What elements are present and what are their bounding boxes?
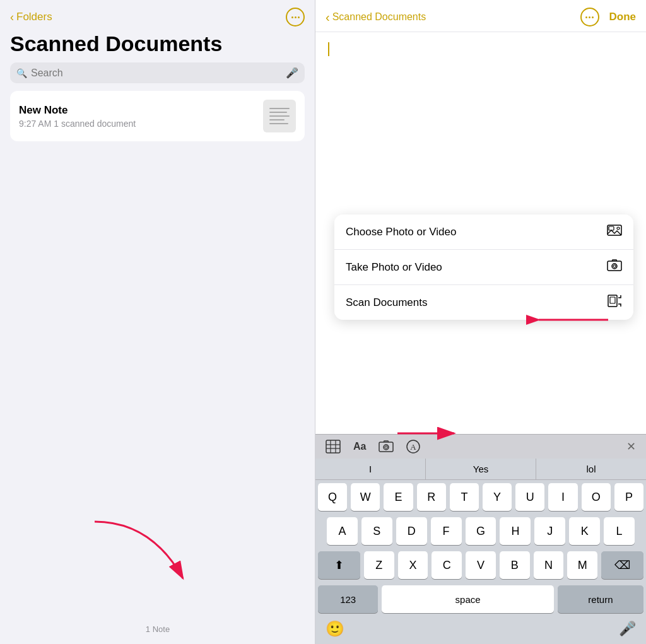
keyboard-row-4: 123 space return	[315, 582, 646, 616]
key-u[interactable]: U	[515, 483, 544, 511]
svg-point-19	[385, 446, 387, 448]
left-header: ‹ Folders	[0, 0, 315, 29]
key-l[interactable]: L	[604, 517, 635, 545]
text-format-toolbar-btn[interactable]: Aa	[353, 441, 366, 452]
take-photo-video-item[interactable]: Take Photo or Video	[334, 250, 633, 285]
left-panel-title: Scanned Documents	[0, 29, 315, 62]
chevron-left-icon: ‹	[10, 11, 14, 24]
keyboard-area: Q W E R T Y U I O P A S D F G H J K L ⬆ …	[315, 480, 646, 644]
key-z[interactable]: Z	[364, 551, 394, 579]
key-j[interactable]: J	[534, 517, 565, 545]
right-header: ‹ Scanned Documents Done	[315, 0, 646, 32]
more-dots-icon	[291, 16, 300, 18]
key-return[interactable]: return	[558, 585, 643, 613]
key-q[interactable]: Q	[318, 483, 347, 511]
key-t[interactable]: T	[450, 483, 479, 511]
search-icon: 🔍	[16, 68, 27, 78]
camera-icon	[607, 259, 622, 276]
key-x[interactable]: X	[398, 551, 428, 579]
key-g[interactable]: G	[466, 517, 496, 545]
right-more-dots-icon	[585, 16, 594, 18]
right-back-label: Scanned Documents	[332, 11, 426, 23]
toolbar-left: Aa A	[326, 440, 420, 454]
toolbar-close-button[interactable]: ✕	[626, 440, 636, 454]
key-y[interactable]: Y	[483, 483, 512, 511]
thumb-line	[269, 112, 287, 113]
search-bar[interactable]: 🔍 🎤	[10, 62, 305, 83]
note-list: New Note 9:27 AM 1 scanned document	[0, 91, 315, 141]
key-s[interactable]: S	[361, 517, 392, 545]
emoji-button[interactable]: 🙂	[326, 620, 344, 638]
choose-photo-label: Choose Photo or Video	[346, 226, 456, 238]
key-r[interactable]: R	[417, 483, 446, 511]
keyboard-row-2: A S D F G H J K L	[315, 514, 646, 548]
key-c[interactable]: C	[432, 551, 462, 579]
svg-point-18	[384, 445, 389, 450]
dropdown-menu: Choose Photo or Video Take Photo or Vide…	[334, 214, 633, 320]
choose-photo-video-item[interactable]: Choose Photo or Video	[334, 214, 633, 250]
note-meta: 9:27 AM 1 scanned document	[19, 119, 136, 129]
svg-text:A: A	[411, 442, 417, 452]
svg-point-5	[617, 227, 620, 230]
keyboard-row-1: Q W E R T Y U I O P	[315, 480, 646, 514]
key-p[interactable]: P	[614, 483, 643, 511]
thumb-lines	[266, 104, 293, 128]
key-i[interactable]: I	[548, 483, 577, 511]
keyboard-mic-button[interactable]: 🎤	[619, 621, 636, 637]
thumb-line	[269, 115, 290, 117]
predictive-lol[interactable]: lol	[536, 459, 646, 479]
scan-documents-label: Scan Documents	[346, 296, 427, 309]
right-back-button[interactable]: ‹ Scanned Documents	[326, 10, 426, 25]
note-description: 1 scanned document	[54, 119, 136, 129]
key-n[interactable]: N	[534, 551, 564, 579]
mic-icon[interactable]: 🎤	[286, 67, 298, 79]
key-o[interactable]: O	[582, 483, 611, 511]
note-count: 1 Note	[146, 624, 170, 634]
key-e[interactable]: E	[384, 483, 413, 511]
note-time: 9:27 AM	[19, 119, 51, 129]
right-chevron-icon: ‹	[326, 10, 330, 25]
table-toolbar-btn[interactable]	[326, 440, 341, 454]
key-v[interactable]: V	[466, 551, 496, 579]
thumb-line	[269, 108, 290, 109]
emoji-mic-row: 🙂 🎤	[315, 616, 646, 644]
key-b[interactable]: B	[500, 551, 530, 579]
done-button[interactable]: Done	[609, 11, 637, 23]
keyboard-toolbar: Aa A ✕	[315, 434, 646, 459]
key-h[interactable]: H	[500, 517, 531, 545]
key-space[interactable]: space	[382, 585, 553, 613]
svg-rect-10	[610, 297, 615, 303]
key-a[interactable]: A	[327, 517, 358, 545]
take-photo-label: Take Photo or Video	[346, 261, 442, 274]
right-more-button[interactable]	[580, 8, 599, 26]
left-footer: 1 Note	[0, 624, 315, 634]
choose-photo-icon	[607, 223, 622, 240]
keyboard-row-3: ⬆ Z X C V B N M ⌫	[315, 548, 646, 582]
key-delete[interactable]: ⌫	[601, 551, 643, 579]
svg-point-8	[613, 265, 616, 267]
svg-point-7	[612, 264, 617, 269]
key-d[interactable]: D	[396, 517, 427, 545]
predictive-i[interactable]: I	[315, 459, 426, 479]
key-f[interactable]: F	[431, 517, 462, 545]
search-input[interactable]	[31, 67, 282, 79]
note-item[interactable]: New Note 9:27 AM 1 scanned document	[10, 91, 305, 141]
scan-documents-item[interactable]: Scan Documents	[334, 285, 633, 320]
key-123[interactable]: 123	[318, 585, 378, 613]
key-shift[interactable]: ⬆	[318, 551, 360, 579]
key-m[interactable]: M	[567, 551, 597, 579]
arrow-compose	[76, 515, 202, 594]
folders-label: Folders	[16, 11, 52, 23]
svg-rect-12	[326, 440, 340, 453]
key-w[interactable]: W	[351, 483, 380, 511]
predictive-yes[interactable]: Yes	[426, 459, 536, 479]
left-panel: ‹ Folders Scanned Documents 🔍 🎤 New Note…	[0, 0, 315, 644]
signature-toolbar-btn[interactable]: A	[406, 440, 420, 454]
text-cursor	[328, 42, 329, 56]
camera-toolbar-btn[interactable]	[379, 440, 394, 454]
left-more-button[interactable]	[286, 8, 305, 26]
note-thumbnail	[263, 100, 296, 132]
note-content: New Note 9:27 AM 1 scanned document	[19, 104, 136, 129]
key-k[interactable]: K	[569, 517, 600, 545]
folders-back-button[interactable]: ‹ Folders	[10, 11, 52, 24]
